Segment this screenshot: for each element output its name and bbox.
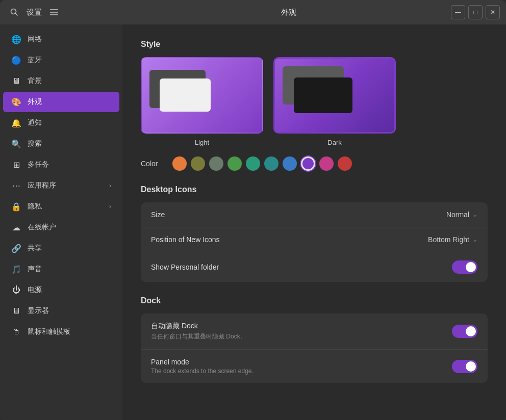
color-swatch-blue[interactable] — [283, 156, 297, 171]
style-preview-dark — [273, 57, 396, 134]
dock-card: 自动隐藏 Dock 当任何窗口与其重叠时隐藏 Dock。 Panel mode … — [141, 313, 488, 383]
apps-icon: ⋯ — [11, 180, 21, 191]
panel-mode-label: Panel mode — [151, 358, 254, 366]
power-label: 电源 — [28, 285, 111, 295]
dark-fg-window — [294, 77, 352, 113]
svg-line-1 — [16, 14, 18, 16]
sidebar-item-privacy[interactable]: 🔒 隐私 › — [3, 196, 119, 217]
maximize-button[interactable]: □ — [468, 5, 483, 19]
apps-arrow: › — [109, 182, 111, 189]
settings-title: 设置 — [27, 8, 42, 17]
position-value: Bottom Right — [428, 235, 469, 244]
mouse-label: 鼠标和触摸板 — [28, 327, 111, 336]
auto-hide-toggle[interactable] — [452, 325, 477, 338]
style-option-light[interactable]: Light — [141, 57, 263, 146]
display-label: 显示器 — [28, 306, 111, 316]
sidebar-item-online[interactable]: ☁ 在线帐户 — [3, 217, 119, 238]
auto-hide-sublabel: 当任何窗口与其重叠时隐藏 Dock。 — [151, 332, 246, 341]
light-fg-window — [160, 78, 211, 112]
online-icon: ☁ — [11, 222, 21, 232]
sidebar-item-search[interactable]: 🔍 搜索 — [3, 134, 119, 154]
privacy-arrow: › — [109, 203, 111, 210]
sidebar-item-bluetooth[interactable]: 🔵 蓝牙 — [3, 50, 119, 70]
color-label: Color — [141, 160, 166, 168]
power-icon: ⏻ — [11, 285, 21, 295]
size-dropdown[interactable]: Normal ⌄ — [446, 211, 477, 219]
style-preview-light — [141, 57, 263, 134]
page-title: 外观 — [129, 8, 449, 17]
appearance-label: 外观 — [28, 97, 111, 107]
display-icon: 🖥 — [11, 306, 21, 316]
notifications-label: 通知 — [28, 118, 111, 127]
window-controls: — □ ✕ — [449, 5, 500, 19]
network-label: 网络 — [28, 35, 111, 44]
sidebar-item-appearance[interactable]: 🎨 外观 — [3, 92, 119, 112]
share-icon: 🔗 — [11, 243, 21, 253]
color-swatch-olive[interactable] — [191, 156, 205, 171]
search-button[interactable] — [6, 4, 22, 20]
search-label: 搜索 — [28, 139, 111, 148]
position-row: Position of New Icons Bottom Right ⌄ — [141, 227, 488, 252]
close-button[interactable]: ✕ — [486, 5, 500, 19]
sidebar-item-notifications[interactable]: 🔔 通知 — [3, 113, 119, 133]
content-area: 🌐 网络 🔵 蓝牙 🖥 背景 🎨 外观 🔔 通知 🔍 搜索 ⊞ 多任务 — [0, 24, 506, 420]
style-options: Light Dark — [141, 57, 488, 146]
position-dropdown-arrow: ⌄ — [472, 236, 477, 243]
background-label: 背景 — [28, 76, 111, 86]
background-icon: 🖥 — [11, 76, 21, 86]
color-swatch-green[interactable] — [227, 156, 242, 171]
color-swatch-gray-green[interactable] — [209, 156, 223, 171]
sidebar-item-share[interactable]: 🔗 共享 — [3, 238, 119, 258]
sidebar-item-apps[interactable]: ⋯ 应用程序 › — [3, 175, 119, 196]
style-dark-label: Dark — [327, 139, 341, 146]
settings-window: 设置 外观 — □ ✕ 🌐 网络 🔵 蓝牙 — [0, 0, 506, 420]
privacy-label: 隐私 — [28, 202, 103, 211]
panel-mode-labels: Panel mode The dock extends to the scree… — [151, 358, 254, 375]
auto-hide-labels: 自动隐藏 Dock 当任何窗口与其重叠时隐藏 Dock。 — [151, 322, 246, 341]
multitask-label: 多任务 — [28, 160, 111, 169]
online-label: 在线帐户 — [28, 223, 111, 232]
dock-title: Dock — [141, 296, 488, 305]
style-section-title: Style — [141, 40, 488, 49]
color-swatches — [172, 156, 352, 171]
multitask-icon: ⊞ — [11, 160, 21, 170]
light-preview-windows — [149, 66, 211, 112]
color-swatch-red[interactable] — [338, 156, 352, 171]
color-swatch-pink[interactable] — [319, 156, 334, 171]
sidebar-item-multitask[interactable]: ⊞ 多任务 — [3, 154, 119, 175]
bluetooth-icon: 🔵 — [11, 55, 21, 65]
position-label: Position of New Icons — [151, 235, 220, 244]
titlebar-left: 设置 — [6, 4, 129, 20]
auto-hide-toggle-knob — [466, 326, 476, 336]
color-swatch-purple[interactable] — [301, 156, 315, 171]
style-option-dark[interactable]: Dark — [273, 57, 396, 146]
size-label: Size — [151, 211, 165, 219]
desktop-icons-title: Desktop Icons — [141, 185, 488, 194]
sidebar-item-power[interactable]: ⏻ 电源 — [3, 280, 119, 300]
sidebar-item-mouse[interactable]: 🖱 鼠标和触摸板 — [3, 322, 119, 342]
panel-mode-sublabel: The dock extends to the screen edge. — [151, 368, 254, 375]
color-swatch-teal[interactable] — [246, 156, 260, 171]
position-dropdown[interactable]: Bottom Right ⌄ — [428, 235, 477, 244]
color-swatch-orange[interactable] — [172, 156, 187, 171]
apps-label: 应用程序 — [28, 181, 103, 190]
sidebar-item-background[interactable]: 🖥 背景 — [3, 71, 119, 91]
sidebar-item-sound[interactable]: 🎵 声音 — [3, 259, 119, 279]
privacy-icon: 🔒 — [11, 201, 21, 212]
main-content: Style Light — [122, 24, 506, 420]
panel-mode-toggle[interactable] — [452, 360, 477, 373]
personal-folder-toggle[interactable] — [452, 260, 477, 274]
personal-folder-toggle-knob — [466, 262, 476, 272]
menu-button[interactable] — [46, 4, 62, 20]
share-label: 共享 — [28, 244, 111, 253]
size-value: Normal — [446, 211, 469, 219]
color-swatch-dark-teal[interactable] — [264, 156, 279, 171]
size-row: Size Normal ⌄ — [141, 202, 488, 227]
sidebar-item-display[interactable]: 🖥 显示器 — [3, 301, 119, 321]
personal-folder-row: Show Personal folder — [141, 252, 488, 282]
mouse-icon: 🖱 — [11, 327, 21, 337]
minimize-button[interactable]: — — [451, 5, 465, 19]
size-dropdown-arrow: ⌄ — [472, 211, 477, 218]
sidebar-item-network[interactable]: 🌐 网络 — [3, 29, 119, 49]
sidebar: 🌐 网络 🔵 蓝牙 🖥 背景 🎨 外观 🔔 通知 🔍 搜索 ⊞ 多任务 — [0, 24, 122, 420]
